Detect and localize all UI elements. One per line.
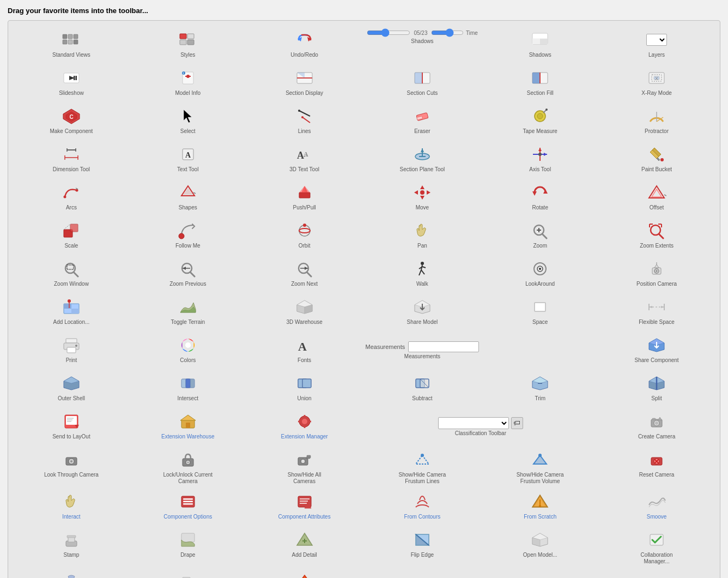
tool-zoom-window[interactable]: Zoom Window — [14, 255, 129, 292]
tool-toggle-terrain[interactable]: Toggle Terrain — [130, 293, 246, 330]
tool-stamp[interactable]: Stamp — [14, 526, 129, 567]
tool-from-contours[interactable]: From Contours — [363, 488, 482, 525]
tool-shadows[interactable]: Shadows — [482, 26, 598, 63]
tool-dimension[interactable]: Dimension Tool — [14, 141, 129, 178]
tool-zoom-previous[interactable]: Zoom Previous — [130, 255, 246, 292]
classification-select[interactable] — [438, 417, 509, 429]
tool-send-to-layout[interactable]: Send to LayOut — [14, 408, 129, 445]
tool-space[interactable]: Space — [482, 293, 598, 330]
tool-axis[interactable]: Axis Tool — [482, 141, 598, 178]
shadows-date-slider[interactable] — [367, 28, 410, 37]
svg-marker-85 — [427, 190, 430, 195]
tool-collaboration[interactable]: Collaboration Manager... — [599, 526, 714, 567]
tool-from-scratch[interactable]: From Scratch — [482, 488, 598, 525]
tool-standard-views[interactable]: Standard Views — [14, 26, 129, 63]
tool-undo-redo[interactable]: Undo/Redo — [247, 26, 362, 63]
tool-protractor[interactable]: Protractor — [599, 103, 714, 140]
tool-look-through[interactable]: Look Through Camera — [14, 446, 129, 487]
tool-slideshow[interactable]: Slideshow — [14, 64, 129, 101]
tool-fonts[interactable]: A Fonts — [247, 332, 362, 369]
tool-classification[interactable]: 🏷 Classification Toolbar — [363, 408, 598, 445]
tool-walk[interactable]: Walk — [363, 255, 482, 292]
svg-marker-11 — [307, 37, 312, 41]
tool-section-display[interactable]: Section Display — [247, 64, 362, 101]
classification-apply-btn[interactable]: 🏷 — [511, 417, 523, 429]
tool-offset[interactable]: Offset — [599, 179, 714, 216]
tool-lines[interactable]: Lines — [247, 103, 362, 140]
tool-trim[interactable]: Trim — [482, 370, 598, 407]
measurements-input[interactable] — [408, 341, 479, 352]
tool-component-options[interactable]: Component Options — [130, 488, 246, 525]
tool-outer-shell[interactable]: Outer Shell — [14, 370, 129, 407]
tool-drape[interactable]: Drape — [130, 526, 246, 567]
tool-follow-me[interactable]: Follow Me — [130, 217, 246, 254]
tool-tape-measure[interactable]: Tape Measure — [482, 103, 598, 140]
paint-bucket-label: Paint Bucket — [641, 166, 672, 173]
tool-section-fill[interactable]: Section Fill — [482, 64, 598, 101]
tool-shapes[interactable]: Shapes — [130, 179, 246, 216]
tool-show-cameras[interactable]: Show/Hide All Cameras — [247, 446, 362, 487]
tool-intersect[interactable]: Intersect — [130, 370, 246, 407]
tool-eraser[interactable]: Eraser — [363, 103, 482, 140]
tool-create-camera[interactable]: Create Camera — [599, 408, 714, 445]
tool-move[interactable]: Move — [363, 179, 482, 216]
tool-add-location[interactable]: Add Location... — [14, 293, 129, 330]
tool-zoom[interactable]: Zoom — [482, 217, 598, 254]
tool-orbit[interactable]: Orbit — [247, 217, 362, 254]
tool-print[interactable]: Print — [14, 332, 129, 369]
tool-import-reference[interactable]: Import Reference Model... — [130, 568, 246, 578]
tool-reset-camera[interactable]: Reset Camera — [599, 446, 714, 487]
tool-paint-bucket[interactable]: Paint Bucket — [599, 141, 714, 178]
tool-lock-camera[interactable]: Lock/Unlock Current Camera — [130, 446, 246, 487]
tool-section-plane[interactable]: Section Plane Tool — [363, 141, 482, 178]
tool-publish-model[interactable]: Publish Model — [14, 568, 129, 578]
tool-component-attributes[interactable]: Component Attributes — [247, 488, 362, 525]
tool-measurements[interactable]: Measurements Measurements — [363, 332, 482, 369]
tool-zoom-next[interactable]: Zoom Next — [247, 255, 362, 292]
tool-open-model[interactable]: Open Model... — [482, 526, 598, 567]
component-options-icon — [178, 491, 198, 512]
tool-scale[interactable]: Scale — [14, 217, 129, 254]
tool-shadows-slider[interactable]: 05/23 Time Shadows — [363, 26, 482, 63]
orbit-label: Orbit — [299, 243, 311, 249]
tool-union[interactable]: Union — [247, 370, 362, 407]
svg-rect-136 — [71, 309, 79, 314]
tool-pan[interactable]: Pan — [363, 217, 482, 254]
scale-label: Scale — [64, 243, 78, 249]
tool-share-model[interactable]: Share Model — [363, 293, 482, 330]
tool-frustum-volume[interactable]: Show/Hide Camera Frustum Volume — [482, 446, 598, 487]
tool-section-cuts[interactable]: Section Cuts — [363, 64, 482, 101]
tool-flip-edge[interactable]: Flip Edge — [363, 526, 482, 567]
tool-styles[interactable]: Styles — [130, 26, 246, 63]
tool-rotate[interactable]: Rotate — [482, 179, 598, 216]
tool-colors[interactable]: Colors — [130, 332, 246, 369]
layers-label: Layers — [648, 52, 665, 58]
shadows-time-slider[interactable] — [431, 28, 464, 37]
tool-ext-warehouse[interactable]: Extension Warehouse — [130, 408, 246, 445]
tool-3d-warehouse[interactable]: 3D Warehouse — [247, 293, 362, 330]
tool-model-info[interactable]: i Model Info — [130, 64, 246, 101]
tool-position-camera[interactable]: Position Camera — [599, 255, 714, 292]
tool-zoom-extents[interactable]: Zoom Extents — [599, 217, 714, 254]
open-model-icon — [530, 529, 550, 550]
tool-subtract[interactable]: Subtract — [363, 370, 482, 407]
tool-select[interactable]: Select — [130, 103, 246, 140]
layers-select[interactable] — [646, 34, 667, 46]
tool-smoove[interactable]: Smoove — [599, 488, 714, 525]
tool-flexible-space[interactable]: Flexible Space — [599, 293, 714, 330]
tool-trimble-connect[interactable]: Launch Trimble Connect... — [247, 568, 362, 578]
tool-share-component[interactable]: Share Component — [599, 332, 714, 369]
tool-layers[interactable]: Layers — [599, 26, 714, 63]
tool-split[interactable]: Split — [599, 370, 714, 407]
tool-frustum-lines[interactable]: Show/Hide Camera Frustum Lines — [363, 446, 482, 487]
tool-make-component[interactable]: C Make Component — [14, 103, 129, 140]
tool-arcs[interactable]: Arcs — [14, 179, 129, 216]
tool-lookaround[interactable]: LookAround — [482, 255, 598, 292]
tool-xray[interactable]: X X-Ray Mode — [599, 64, 714, 101]
tool-3d-text[interactable]: A A 3D Text Tool — [247, 141, 362, 178]
tool-add-detail[interactable]: Add Detail — [247, 526, 362, 567]
tool-push-pull[interactable]: Push/Pull — [247, 179, 362, 216]
tool-ext-manager[interactable]: Extension Manager — [247, 408, 362, 445]
tool-interact[interactable]: Interact — [14, 488, 129, 525]
tool-text[interactable]: A Text Tool — [130, 141, 246, 178]
